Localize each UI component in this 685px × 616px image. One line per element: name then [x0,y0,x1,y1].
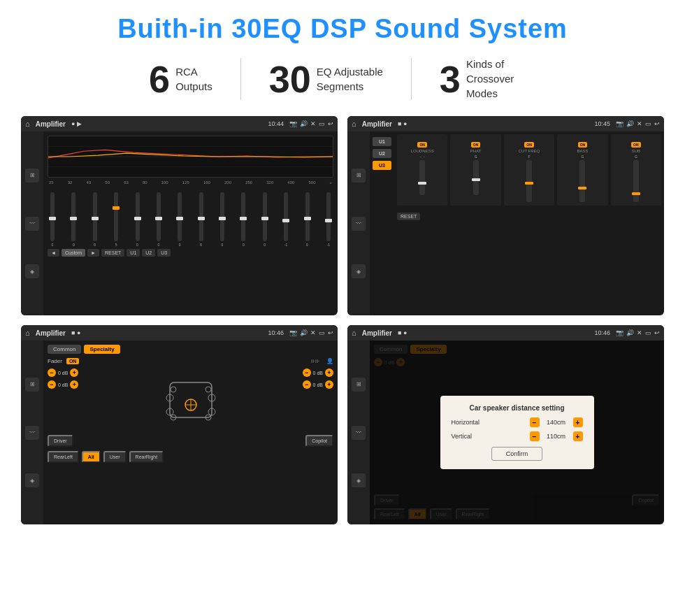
loudness-slider[interactable] [419,160,425,195]
slider-track[interactable] [241,192,245,241]
modal-vertical-plus[interactable]: + [573,431,583,441]
screen-crossover-topbar: ⌂ Amplifier ■ ● 10:45 📷 🔊 ✕ ▭ ↩ [347,116,664,131]
stat-number-eq: 30 [269,60,311,98]
sub-slider[interactable] [633,160,639,202]
fader-on-badge: ON [66,358,80,364]
modal-vertical-controls: − 110cm + [530,431,583,441]
sidebar-wave-icon-2[interactable]: 〰 [352,217,366,231]
eq-slider-8: 0 [220,192,224,247]
topbar-time-fader: 10:46 [268,329,284,336]
screen-crossover-sidebar: ⊞ 〰 ◈ [347,131,370,315]
eq-next-btn[interactable]: ► [87,249,99,257]
sidebar-eq-icon-4[interactable]: ⊞ [352,378,366,392]
vol-plus-3[interactable]: + [325,380,333,389]
vol-row-0: − 0 dB + [48,368,78,377]
sidebar-volume-icon-2[interactable]: ◈ [352,264,366,278]
slider-track[interactable] [136,192,140,241]
slider-track[interactable] [326,192,331,241]
slider-track[interactable] [305,192,310,241]
eq-reset-btn[interactable]: RESET [101,249,124,257]
phat-slider[interactable] [473,160,479,195]
vol-plus-2[interactable]: + [325,368,333,377]
eq-u3-btn[interactable]: U3 [157,249,171,257]
modal-horizontal-plus[interactable]: + [573,417,583,427]
btn-user[interactable]: User [103,451,127,463]
slider-track[interactable] [157,192,161,241]
screen-dialog: ⌂ Amplifier ■ ● 10:46 📷 🔊 ✕ ▭ ↩ ⊞ 〰 ◈ [347,325,664,524]
slider-track[interactable] [220,192,224,241]
preset-u2[interactable]: U2 [373,149,391,158]
vol-minus-1[interactable]: − [48,380,56,389]
sidebar-wave-icon-4[interactable]: 〰 [352,426,366,440]
confirm-button[interactable]: Confirm [491,447,543,461]
sidebar-eq-icon-2[interactable]: ⊞ [352,169,366,182]
main-title: Buith-in 30EQ DSP Sound System [21,14,664,44]
sidebar-eq-icon[interactable]: ⊞ [25,169,39,182]
stat-eq: 30 EQ Adjustable Segments [241,60,411,98]
stat-number-rca: 6 [149,60,170,98]
modal-horizontal-value: 140cm [542,419,570,426]
bass-slider[interactable] [579,160,585,202]
slider-track[interactable] [93,192,97,241]
slider-track[interactable] [178,192,182,241]
modal-vertical-minus[interactable]: − [530,431,540,441]
fader-person-icon: 👤 [326,358,333,364]
vol-plus-1[interactable]: + [70,380,78,389]
eq-sliders: 0 0 0 5 [48,187,333,247]
fader-label: Fader [48,358,62,364]
stat-label-rca: RCA Outputs [175,64,212,94]
eq-prev-btn[interactable]: ◄ [48,249,59,257]
vol-val-3: 0 dB [313,382,323,387]
eq-controls: ◄ Custom ► RESET U1 U2 U3 [48,249,333,257]
modal-horizontal-minus[interactable]: − [530,417,540,427]
vol-plus-0[interactable]: + [70,368,78,377]
slider-track[interactable] [71,192,75,241]
slider-track[interactable] [263,192,267,241]
slider-track[interactable] [114,192,118,241]
cutfreq-slider[interactable] [526,160,532,202]
eq-custom-btn[interactable]: Custom [62,249,85,257]
module-sub: ON SUB G [611,134,661,206]
btn-rearright[interactable]: RearRight [129,451,164,463]
stats-row: 6 RCA Outputs 30 EQ Adjustable Segments … [21,57,664,101]
crossover-reset-btn[interactable]: RESET [397,213,420,220]
sidebar-wave-icon[interactable]: 〰 [25,217,39,231]
fader-tabs: Common Specialty [48,345,333,354]
preset-u1[interactable]: U1 [373,137,391,146]
btn-copilot[interactable]: Copilot [305,435,333,447]
vol-minus-2[interactable]: − [303,368,311,377]
screen-fader-topbar: ⌂ Amplifier ■ ● 10:46 📷 🔊 ✕ ▭ ↩ [21,325,338,341]
sidebar-volume-icon-3[interactable]: ◈ [25,473,39,487]
modal-row-horizontal: Horizontal − 140cm + [452,417,583,427]
sidebar-eq-icon-3[interactable]: ⊞ [25,378,39,392]
modal-vertical-value: 110cm [542,433,570,440]
btn-driver[interactable]: Driver [48,435,73,447]
sidebar-wave-icon-3[interactable]: 〰 [25,426,39,440]
vol-val-0: 0 dB [58,371,68,375]
tab-common[interactable]: Common [48,345,81,354]
topbar-dots-4: ■ ● [398,329,407,336]
sidebar-volume-icon[interactable]: ◈ [25,264,39,278]
topbar-title-fader: Amplifier [36,329,66,337]
module-bass: ON BASS G [557,134,607,206]
slider-track[interactable] [284,192,288,241]
slider-track[interactable] [199,192,203,241]
vol-minus-3[interactable]: − [303,380,311,389]
btn-all[interactable]: All [82,451,101,463]
slider-track[interactable] [50,192,55,241]
sidebar-volume-icon-4[interactable]: ◈ [352,473,366,487]
home-icon: ⌂ [25,120,30,128]
vol-minus-0[interactable]: − [48,368,56,377]
screen-dialog-sidebar: ⊞ 〰 ◈ [347,341,370,524]
vol-val-1: 0 dB [58,382,68,387]
preset-u3[interactable]: U3 [373,161,391,170]
sub-label: SUB [613,149,659,153]
topbar-time-eq: 10:44 [268,120,284,127]
eq-u2-btn[interactable]: U2 [142,249,155,257]
btn-rearleft[interactable]: RearLeft [48,451,79,463]
eq-u1-btn[interactable]: U1 [127,249,140,257]
tab-specialty[interactable]: Specialty [84,345,120,354]
crossover-main: ON LOUDNESS ~~ ON PHAT G [394,131,664,315]
topbar-title-eq: Amplifier [36,120,66,128]
modal-overlay: Car speaker distance setting Horizontal … [370,341,664,524]
